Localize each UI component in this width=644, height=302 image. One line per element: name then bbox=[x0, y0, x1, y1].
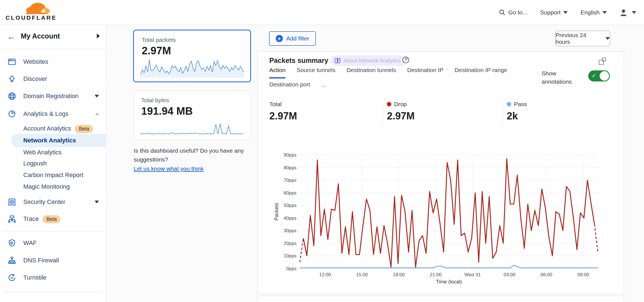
sidebar-item-domain-registration[interactable]: Domain Registration bbox=[0, 89, 106, 103]
book-icon bbox=[334, 57, 341, 64]
sidebar-item-trace[interactable]: TraceBeta bbox=[0, 213, 106, 226]
stat-label: Total bbox=[269, 101, 282, 108]
stat-total: Total2.97M bbox=[269, 101, 297, 122]
total-bytes-card[interactable]: Total bytes 191.94 MB bbox=[133, 91, 251, 140]
svg-text:12:00: 12:00 bbox=[319, 272, 331, 277]
sidebar-item-waf[interactable]: WAF bbox=[0, 236, 106, 250]
stats-row: Total2.97MDrop2.97MPass2k bbox=[258, 101, 624, 129]
back-arrow-icon[interactable]: ← bbox=[7, 32, 16, 41]
line-chart-svg: 0pps10pps20pps30pps40pps50pps60pps70pps8… bbox=[274, 153, 607, 284]
svg-text:70pps: 70pps bbox=[284, 178, 296, 183]
svg-text:Wed 31: Wed 31 bbox=[465, 272, 481, 277]
packets-summary-panel: Packets summary About Network Analytics … bbox=[257, 51, 624, 294]
chevron-down-icon bbox=[563, 11, 568, 14]
svg-text:30pps: 30pps bbox=[284, 228, 296, 233]
card-title: Total bytes bbox=[141, 97, 169, 104]
tab-destination-ip[interactable]: Destination IP bbox=[407, 67, 443, 78]
tabs-row-2: Destination port... bbox=[269, 81, 326, 92]
cloudflare-logo[interactable]: CLOUDFLARE bbox=[5, 1, 55, 23]
sidebar-item-account-analytics[interactable]: Account AnalyticsBeta bbox=[0, 122, 106, 135]
expand-icon[interactable] bbox=[599, 58, 606, 65]
chevron-down-icon bbox=[95, 201, 99, 203]
svg-text:15:00: 15:00 bbox=[356, 272, 368, 277]
sidebar-item-magic-monitoring[interactable]: Magic Monitoring bbox=[0, 180, 106, 193]
sidebar-item-label: Discover bbox=[23, 75, 47, 83]
sidebar-item-dns-firewall[interactable]: DNS Firewall bbox=[0, 254, 106, 267]
pie-chart-icon[interactable] bbox=[402, 56, 410, 64]
support-menu[interactable]: Support bbox=[540, 9, 568, 16]
tab-action[interactable]: Action bbox=[269, 67, 285, 78]
sidebar-item-label: Network Analytics bbox=[23, 137, 76, 144]
tab-source-tunnels[interactable]: Source tunnels bbox=[296, 67, 335, 78]
svg-text:06:00: 06:00 bbox=[541, 272, 552, 277]
language-menu[interactable]: English bbox=[580, 9, 607, 16]
sidebar-item-label: TraceBeta bbox=[23, 215, 60, 223]
sidebar-item-logpush[interactable]: Logpush bbox=[0, 157, 106, 170]
svg-text:20pps: 20pps bbox=[284, 241, 296, 246]
sidebar-item-discover[interactable]: Discover bbox=[0, 72, 106, 86]
about-badge-label: About Network Analytics bbox=[344, 58, 400, 64]
total-packets-card[interactable]: Total packets 2.97M bbox=[133, 30, 251, 82]
show-annotations-label: Show annotations bbox=[542, 69, 578, 86]
top-nav: Go to... Support English bbox=[499, 0, 636, 25]
sidebar-item-carbon-impact-report[interactable]: Carbon Impact Report bbox=[0, 168, 106, 182]
chevron-down-icon bbox=[632, 11, 636, 14]
legend-dot-pass bbox=[507, 102, 511, 106]
sidebar-item-label: Account AnalyticsBeta bbox=[23, 125, 93, 133]
go-to-search[interactable]: Go to... bbox=[499, 9, 528, 16]
beta-badge: Beta bbox=[75, 125, 93, 133]
stat-divider bbox=[382, 102, 383, 127]
tab-destination-tunnels[interactable]: Destination tunnels bbox=[346, 67, 396, 78]
stat-value: 2.97M bbox=[269, 110, 297, 122]
bulb-icon bbox=[8, 75, 16, 83]
stat-label: Pass bbox=[514, 101, 527, 108]
packets-sparkline bbox=[141, 58, 244, 78]
stat-value: 2k bbox=[507, 110, 527, 122]
time-range-dropdown[interactable]: Previous 24 hours bbox=[555, 31, 610, 46]
account-menu[interactable] bbox=[620, 9, 636, 16]
sidebar-item-security-center[interactable]: Security Center bbox=[0, 195, 106, 209]
tab-destination-port[interactable]: Destination port bbox=[269, 81, 310, 92]
svg-text:90pps: 90pps bbox=[284, 153, 296, 158]
time-range-label: Previous 24 hours bbox=[556, 32, 602, 45]
feedback-link[interactable]: Let us know what you think bbox=[134, 164, 204, 173]
account-title: My Account bbox=[21, 32, 60, 40]
sidebar-item-network-analytics[interactable]: Network Analytics bbox=[11, 134, 106, 147]
sidebar-item-label: Security Center bbox=[23, 198, 65, 206]
shield-icon bbox=[8, 239, 16, 247]
tab-destination-ip-range[interactable]: Destination IP range bbox=[455, 67, 507, 78]
sidebar-item-label: Carbon Impact Report bbox=[23, 172, 83, 179]
check-icon: ✓ bbox=[592, 72, 596, 79]
svg-text:50pps: 50pps bbox=[284, 203, 296, 208]
packets-chart[interactable]: 0pps10pps20pps30pps40pps50pps60pps70pps8… bbox=[274, 153, 607, 285]
about-network-analytics-badge[interactable]: About Network Analytics bbox=[330, 55, 406, 66]
svg-text:Packets: Packets bbox=[274, 203, 279, 221]
cloudflare-cloud-icon bbox=[5, 1, 55, 15]
sidebar-item-label: Logpush bbox=[23, 160, 47, 167]
stat-drop: Drop2.97M bbox=[387, 101, 415, 122]
sidebar-item-label: Websites bbox=[23, 58, 48, 65]
sidebar-item-websites[interactable]: Websites bbox=[0, 55, 106, 68]
card-title: Total packets bbox=[142, 37, 176, 43]
chevron-up-icon bbox=[95, 113, 99, 115]
tabs-overflow-button[interactable]: ... bbox=[321, 81, 326, 92]
sidebar-item-analytics-logs[interactable]: Analytics & Logs bbox=[0, 107, 106, 121]
stat-pass: Pass2k bbox=[507, 101, 527, 122]
support-label: Support bbox=[540, 9, 561, 16]
chevron-right-icon[interactable] bbox=[97, 34, 100, 39]
sidebar-item-label: Magic Monitoring bbox=[23, 183, 70, 190]
chevron-down-icon bbox=[95, 95, 99, 98]
sidebar-item-turnstile[interactable]: Turnstile bbox=[0, 271, 106, 284]
top-bar: CLOUDFLARE Go to... Support English bbox=[0, 0, 644, 25]
svg-text:10pps: 10pps bbox=[284, 253, 296, 259]
chevron-down-icon bbox=[605, 37, 610, 40]
add-filter-button[interactable]: + Add filter bbox=[269, 31, 316, 46]
bytes-sparkline bbox=[140, 120, 243, 136]
language-label: English bbox=[580, 9, 600, 16]
beta-badge: Beta bbox=[42, 215, 60, 223]
add-filter-label: Add filter bbox=[286, 35, 309, 42]
svg-text:60pps: 60pps bbox=[284, 190, 296, 196]
svg-text:0pps: 0pps bbox=[286, 266, 296, 271]
show-annotations-toggle[interactable]: ✓ bbox=[588, 70, 610, 81]
plus-icon: + bbox=[276, 35, 283, 42]
